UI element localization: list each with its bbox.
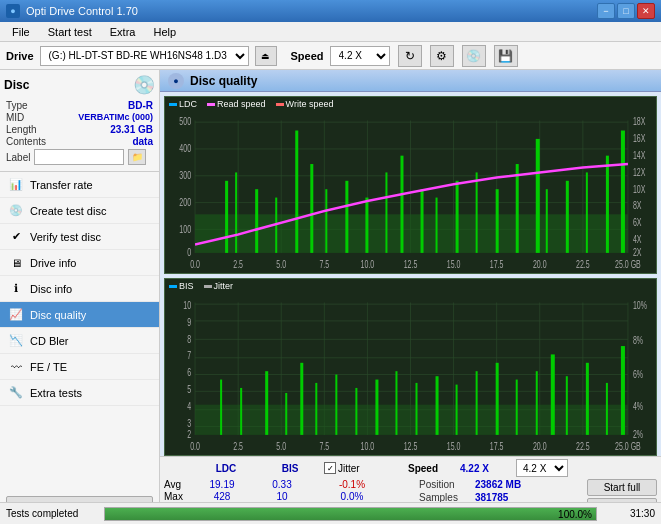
- svg-rect-101: [195, 405, 628, 435]
- maximize-button[interactable]: □: [617, 3, 635, 19]
- sidebar-item-verify-test-disc[interactable]: ✔ Verify test disc: [0, 224, 159, 250]
- bis-legend-item: BIS: [169, 281, 194, 291]
- disc-length-row: Length 23.31 GB: [6, 124, 153, 135]
- sidebar-item-disc-info[interactable]: ℹ Disc info: [0, 276, 159, 302]
- write-speed-legend-dot: [276, 103, 284, 106]
- ldc-legend-item: LDC: [169, 99, 197, 109]
- svg-rect-115: [476, 371, 478, 435]
- disc-section: Disc 💿 Type BD-R MID VERBATIMc (000) Len…: [0, 70, 159, 172]
- label-input[interactable]: [34, 149, 124, 165]
- jitter-checkbox[interactable]: ✓: [324, 462, 336, 474]
- svg-text:4X: 4X: [633, 232, 642, 245]
- sidebar-item-extra-tests[interactable]: 🔧 Extra tests: [0, 380, 159, 406]
- svg-rect-38: [310, 164, 313, 253]
- speed-dropdown[interactable]: 4.2 X: [516, 459, 568, 477]
- svg-text:25.0 GB: 25.0 GB: [615, 439, 641, 452]
- svg-rect-103: [240, 388, 242, 435]
- svg-rect-40: [345, 181, 348, 253]
- svg-rect-114: [456, 385, 458, 435]
- svg-rect-43: [400, 156, 403, 253]
- sidebar-item-disc-quality[interactable]: 📈 Disc quality: [0, 302, 159, 328]
- label-label: Label: [6, 152, 30, 163]
- svg-rect-33: [225, 181, 228, 253]
- bis-chart: BIS Jitter: [164, 278, 657, 456]
- svg-rect-53: [586, 172, 588, 252]
- svg-rect-37: [295, 131, 298, 253]
- drive-info-icon: 🖥: [8, 255, 24, 271]
- jitter-header-label: Jitter: [338, 463, 360, 474]
- svg-text:2.5: 2.5: [233, 439, 243, 452]
- sidebar: Disc 💿 Type BD-R MID VERBATIMc (000) Len…: [0, 70, 160, 524]
- svg-text:15.0: 15.0: [447, 439, 461, 452]
- svg-text:5.0: 5.0: [276, 439, 286, 452]
- menu-extra[interactable]: Extra: [102, 24, 144, 40]
- svg-text:7: 7: [187, 349, 191, 362]
- disc-info-icon: ℹ: [8, 281, 24, 297]
- sidebar-item-cd-bler[interactable]: 📉 CD Bler: [0, 328, 159, 354]
- svg-text:12X: 12X: [633, 165, 646, 178]
- menu-help[interactable]: Help: [145, 24, 184, 40]
- eject-button[interactable]: ⏏: [255, 46, 277, 66]
- svg-text:10.0: 10.0: [361, 257, 375, 270]
- sidebar-nav: 📊 Transfer rate 💿 Create test disc ✔ Ver…: [0, 172, 159, 492]
- svg-rect-111: [395, 371, 397, 435]
- svg-text:2.5: 2.5: [233, 257, 243, 270]
- refresh-button[interactable]: ↻: [398, 45, 422, 67]
- start-full-button[interactable]: Start full: [587, 479, 657, 496]
- sidebar-item-transfer-rate[interactable]: 📊 Transfer rate: [0, 172, 159, 198]
- status-bar: Tests completed 100.0% 31:30: [0, 502, 661, 524]
- transfer-rate-icon: 📊: [8, 177, 24, 193]
- create-test-disc-icon: 💿: [8, 203, 24, 219]
- disc-button[interactable]: 💿: [462, 45, 486, 67]
- svg-text:22.5: 22.5: [576, 257, 590, 270]
- svg-rect-46: [456, 181, 459, 253]
- save-button[interactable]: 💾: [494, 45, 518, 67]
- cd-bler-icon: 📉: [8, 333, 24, 349]
- speed-header: Speed: [408, 463, 456, 474]
- speed-select[interactable]: 4.2 X: [330, 46, 390, 66]
- settings-button[interactable]: ⚙: [430, 45, 454, 67]
- svg-text:10%: 10%: [633, 298, 647, 311]
- disc-contents-row: Contents data: [6, 136, 153, 147]
- svg-rect-108: [335, 375, 337, 435]
- close-button[interactable]: ✕: [637, 3, 655, 19]
- svg-text:12.5: 12.5: [404, 257, 418, 270]
- sidebar-item-fe-te[interactable]: 〰 FE / TE: [0, 354, 159, 380]
- app-icon: ●: [6, 4, 20, 18]
- svg-text:20.0: 20.0: [533, 439, 547, 452]
- chart1-legend: LDC Read speed Write speed: [169, 99, 333, 109]
- svg-text:22.5: 22.5: [576, 439, 590, 452]
- sidebar-item-drive-info[interactable]: 🖥 Drive info: [0, 250, 159, 276]
- svg-text:6%: 6%: [633, 367, 643, 380]
- chart1-svg: 500 400 300 200 100 0 18X 16X 14X 12X 10…: [165, 97, 656, 273]
- ldc-legend-dot: [169, 103, 177, 106]
- svg-rect-44: [421, 189, 424, 253]
- svg-text:25.0 GB: 25.0 GB: [615, 257, 641, 270]
- svg-rect-41: [365, 198, 368, 253]
- app-title: Opti Drive Control 1.70: [26, 5, 138, 17]
- svg-rect-106: [300, 363, 303, 435]
- fe-te-icon: 〰: [8, 359, 24, 375]
- svg-rect-109: [355, 388, 357, 435]
- svg-rect-112: [416, 383, 418, 435]
- speed-value: 4.22 X: [460, 463, 489, 474]
- contents-label: Contents: [6, 136, 46, 147]
- max-bis-value: 10: [252, 491, 312, 502]
- drive-select[interactable]: (G:) HL-DT-ST BD-RE WH16NS48 1.D3: [40, 46, 249, 66]
- menu-file[interactable]: File: [4, 24, 38, 40]
- svg-rect-122: [606, 383, 608, 435]
- svg-rect-107: [315, 383, 317, 435]
- write-speed-legend-item: Write speed: [276, 99, 334, 109]
- speed-label: Speed: [291, 50, 324, 62]
- svg-rect-121: [586, 363, 589, 435]
- svg-rect-55: [621, 131, 625, 253]
- position-row: Position 23862 MB: [419, 479, 579, 490]
- svg-rect-51: [546, 189, 548, 253]
- menu-start-test[interactable]: Start test: [40, 24, 100, 40]
- svg-rect-104: [265, 371, 268, 435]
- label-browse-button[interactable]: 📁: [128, 149, 146, 165]
- sidebar-item-create-test-disc[interactable]: 💿 Create test disc: [0, 198, 159, 224]
- minimize-button[interactable]: −: [597, 3, 615, 19]
- chart2-svg: 10 9 8 7 6 5 4 3 2 10% 8% 6% 4% 2%: [165, 279, 656, 455]
- svg-rect-118: [536, 371, 538, 435]
